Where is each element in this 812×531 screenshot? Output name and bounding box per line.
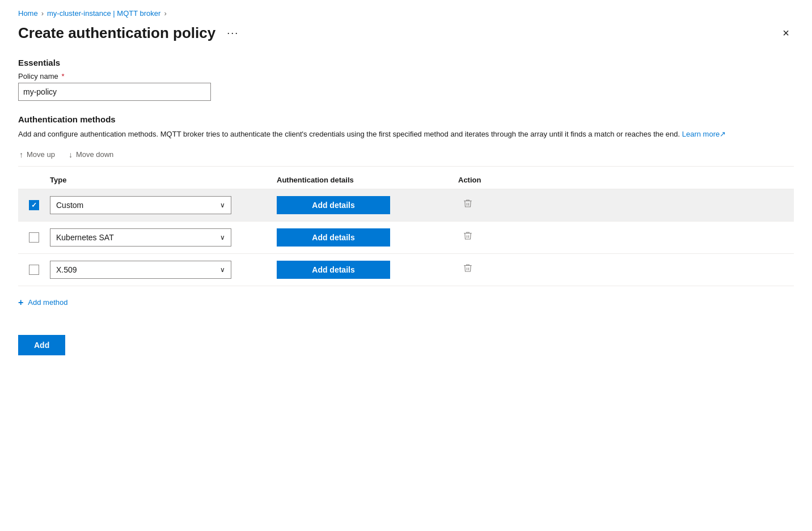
row3-delete-button[interactable] [458,261,477,278]
auth-methods-title: Authentication methods [18,114,794,124]
add-icon: + [18,298,23,308]
essentials-title: Essentials [18,58,794,67]
learn-more-link[interactable]: Learn more↗ [682,130,726,138]
row1-checkbox[interactable] [29,200,39,210]
col-auth-details-header: Authentication details [277,176,458,184]
essentials-section: Essentials Policy name * [18,58,794,101]
row3-action-cell [458,261,526,278]
row3-auth-cell: Add details [277,261,458,279]
table-row: Kubernetes SAT ∨ Add details [18,222,794,254]
breadcrumb-home[interactable]: Home [18,9,38,18]
row2-add-details-button[interactable]: Add details [277,228,390,247]
page-title-row: Create authentication policy ··· [18,24,243,42]
row3-type-dropdown[interactable]: X.509 ∨ [50,261,231,279]
table-row: Custom ∨ Add details [18,189,794,222]
close-button[interactable]: × [778,24,794,42]
trash-icon [463,263,473,273]
col-type-header: Type [50,176,277,184]
row1-delete-button[interactable] [458,196,477,214]
trash-icon [463,231,473,241]
add-method-row[interactable]: + Add method [18,295,794,310]
row3-add-details-button[interactable]: Add details [277,261,390,279]
row2-action-cell [458,228,526,246]
toolbar: ↑ Move up ↓ Move down [18,148,794,167]
auth-methods-desc: Add and configure authentication methods… [18,129,784,140]
move-down-icon: ↓ [69,150,73,159]
row1-action-cell [458,196,526,214]
col-action-header: Action [458,176,526,184]
move-up-icon: ↑ [19,150,23,159]
row2-auth-cell: Add details [277,228,458,247]
page-title: Create authentication policy [18,24,215,42]
footer-bar: Add [18,326,794,355]
row3-checkbox[interactable] [29,265,39,275]
row2-checkbox-cell [18,232,50,243]
row3-checkbox-cell [18,265,50,275]
row3-chevron-icon: ∨ [220,266,225,274]
policy-name-label: Policy name * [18,72,794,80]
row1-add-details-button[interactable]: Add details [277,196,390,214]
row1-chevron-icon: ∨ [220,201,225,209]
breadcrumb: Home › my-cluster-instance | MQTT broker… [18,9,794,18]
required-indicator: * [60,72,65,80]
row2-checkbox[interactable] [29,232,39,243]
add-method-label: Add method [28,298,67,307]
row2-type-dropdown[interactable]: Kubernetes SAT ∨ [50,228,231,247]
row1-checkbox-cell [18,200,50,210]
move-down-button[interactable]: ↓ Move down [67,148,115,162]
row2-type-value: Kubernetes SAT [56,233,114,242]
add-button[interactable]: Add [18,335,65,355]
breadcrumb-sep1: › [41,9,44,18]
move-up-button[interactable]: ↑ Move up [18,148,56,162]
ellipsis-button[interactable]: ··· [222,25,243,41]
row2-delete-button[interactable] [458,228,477,246]
policy-name-input[interactable] [18,83,211,101]
row2-chevron-icon: ∨ [220,233,225,241]
table-row: X.509 ∨ Add details [18,254,794,286]
breadcrumb-cluster[interactable]: my-cluster-instance | MQTT broker [47,9,160,18]
row3-type-cell: X.509 ∨ [50,261,277,279]
table-header: Type Authentication details Action [18,176,794,189]
trash-icon [463,198,473,209]
breadcrumb-sep2: › [164,9,166,18]
row1-type-value: Custom [56,201,83,210]
row1-auth-cell: Add details [277,196,458,214]
row2-type-cell: Kubernetes SAT ∨ [50,228,277,247]
row1-type-cell: Custom ∨ [50,196,277,214]
auth-methods-table: Type Authentication details Action Custo… [18,176,794,286]
row1-type-dropdown[interactable]: Custom ∨ [50,196,231,214]
page-header: Create authentication policy ··· × [18,24,794,42]
row3-type-value: X.509 [56,265,77,274]
auth-methods-section: Authentication methods Add and configure… [18,114,794,310]
page-container: Home › my-cluster-instance | MQTT broker… [0,0,812,531]
